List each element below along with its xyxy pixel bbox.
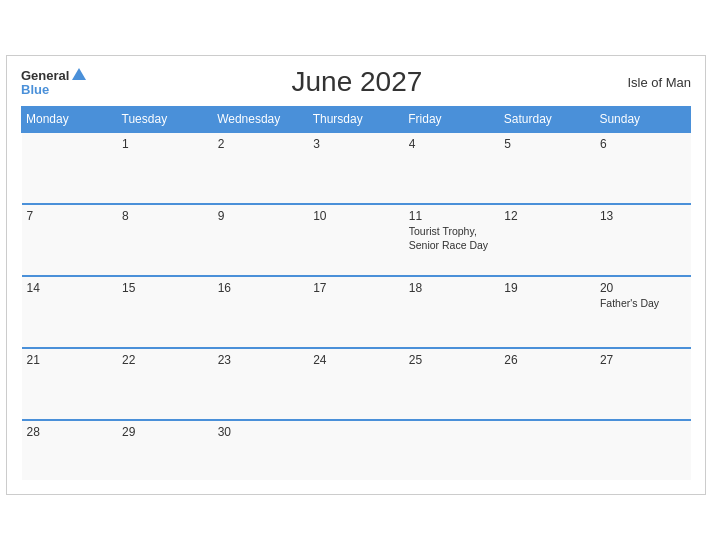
day-number: 12 bbox=[504, 209, 590, 223]
calendar-cell: 12 bbox=[499, 204, 595, 276]
calendar-cell: 16 bbox=[213, 276, 309, 348]
calendar-cell: 26 bbox=[499, 348, 595, 420]
day-number: 21 bbox=[27, 353, 113, 367]
calendar-cell: 27 bbox=[595, 348, 691, 420]
calendar-cell: 7 bbox=[22, 204, 118, 276]
calendar-cell: 30 bbox=[213, 420, 309, 480]
calendar-cell: 23 bbox=[213, 348, 309, 420]
logo-triangle-icon bbox=[72, 68, 86, 80]
calendar-cell: 5 bbox=[499, 132, 595, 204]
calendar-header: General Blue June 2027 Isle of Man bbox=[21, 66, 691, 98]
calendar-cell: 1 bbox=[117, 132, 213, 204]
calendar-cell bbox=[595, 420, 691, 480]
day-number: 15 bbox=[122, 281, 208, 295]
calendar-cell bbox=[499, 420, 595, 480]
day-number: 6 bbox=[600, 137, 686, 151]
calendar-cell bbox=[308, 420, 404, 480]
weekday-header-saturday: Saturday bbox=[499, 107, 595, 133]
day-number: 18 bbox=[409, 281, 495, 295]
event-text: Father's Day bbox=[600, 297, 686, 311]
calendar-cell: 25 bbox=[404, 348, 500, 420]
day-number: 27 bbox=[600, 353, 686, 367]
day-number: 20 bbox=[600, 281, 686, 295]
day-number: 24 bbox=[313, 353, 399, 367]
calendar-cell: 19 bbox=[499, 276, 595, 348]
day-number: 30 bbox=[218, 425, 304, 439]
calendar-cell: 11Tourist Trophy, Senior Race Day bbox=[404, 204, 500, 276]
day-number: 7 bbox=[27, 209, 113, 223]
day-number: 22 bbox=[122, 353, 208, 367]
weekday-header-monday: Monday bbox=[22, 107, 118, 133]
calendar-cell: 29 bbox=[117, 420, 213, 480]
day-number: 17 bbox=[313, 281, 399, 295]
day-number: 14 bbox=[27, 281, 113, 295]
logo-blue: Blue bbox=[21, 82, 86, 97]
day-number: 29 bbox=[122, 425, 208, 439]
week-row-5: 282930 bbox=[22, 420, 691, 480]
day-number: 1 bbox=[122, 137, 208, 151]
calendar-cell: 24 bbox=[308, 348, 404, 420]
calendar-cell: 20Father's Day bbox=[595, 276, 691, 348]
event-text: Tourist Trophy, Senior Race Day bbox=[409, 225, 495, 252]
calendar-wrapper: General Blue June 2027 Isle of Man Monda… bbox=[6, 55, 706, 495]
day-number: 11 bbox=[409, 209, 495, 223]
week-row-1: 123456 bbox=[22, 132, 691, 204]
calendar-cell: 9 bbox=[213, 204, 309, 276]
calendar-cell: 21 bbox=[22, 348, 118, 420]
week-row-3: 14151617181920Father's Day bbox=[22, 276, 691, 348]
day-number: 8 bbox=[122, 209, 208, 223]
calendar-cell: 15 bbox=[117, 276, 213, 348]
region-label: Isle of Man bbox=[627, 75, 691, 90]
day-number: 23 bbox=[218, 353, 304, 367]
calendar-cell bbox=[404, 420, 500, 480]
weekday-header-row: MondayTuesdayWednesdayThursdayFridaySatu… bbox=[22, 107, 691, 133]
calendar-cell bbox=[22, 132, 118, 204]
day-number: 19 bbox=[504, 281, 590, 295]
calendar-cell: 13 bbox=[595, 204, 691, 276]
calendar-cell: 10 bbox=[308, 204, 404, 276]
calendar-cell: 22 bbox=[117, 348, 213, 420]
weekday-header-thursday: Thursday bbox=[308, 107, 404, 133]
day-number: 16 bbox=[218, 281, 304, 295]
day-number: 13 bbox=[600, 209, 686, 223]
calendar-title: June 2027 bbox=[292, 66, 423, 98]
day-number: 4 bbox=[409, 137, 495, 151]
week-row-2: 7891011Tourist Trophy, Senior Race Day12… bbox=[22, 204, 691, 276]
day-number: 5 bbox=[504, 137, 590, 151]
day-number: 9 bbox=[218, 209, 304, 223]
calendar-grid: MondayTuesdayWednesdayThursdayFridaySatu… bbox=[21, 106, 691, 480]
weekday-header-sunday: Sunday bbox=[595, 107, 691, 133]
day-number: 28 bbox=[27, 425, 113, 439]
day-number: 26 bbox=[504, 353, 590, 367]
day-number: 3 bbox=[313, 137, 399, 151]
weekday-header-friday: Friday bbox=[404, 107, 500, 133]
calendar-cell: 18 bbox=[404, 276, 500, 348]
calendar-cell: 14 bbox=[22, 276, 118, 348]
calendar-cell: 4 bbox=[404, 132, 500, 204]
logo: General Blue bbox=[21, 68, 86, 97]
calendar-cell: 6 bbox=[595, 132, 691, 204]
weekday-header-wednesday: Wednesday bbox=[213, 107, 309, 133]
day-number: 2 bbox=[218, 137, 304, 151]
day-number: 25 bbox=[409, 353, 495, 367]
day-number: 10 bbox=[313, 209, 399, 223]
calendar-cell: 17 bbox=[308, 276, 404, 348]
logo-general: General bbox=[21, 69, 69, 82]
calendar-cell: 28 bbox=[22, 420, 118, 480]
week-row-4: 21222324252627 bbox=[22, 348, 691, 420]
calendar-cell: 3 bbox=[308, 132, 404, 204]
calendar-cell: 8 bbox=[117, 204, 213, 276]
calendar-cell: 2 bbox=[213, 132, 309, 204]
weekday-header-tuesday: Tuesday bbox=[117, 107, 213, 133]
